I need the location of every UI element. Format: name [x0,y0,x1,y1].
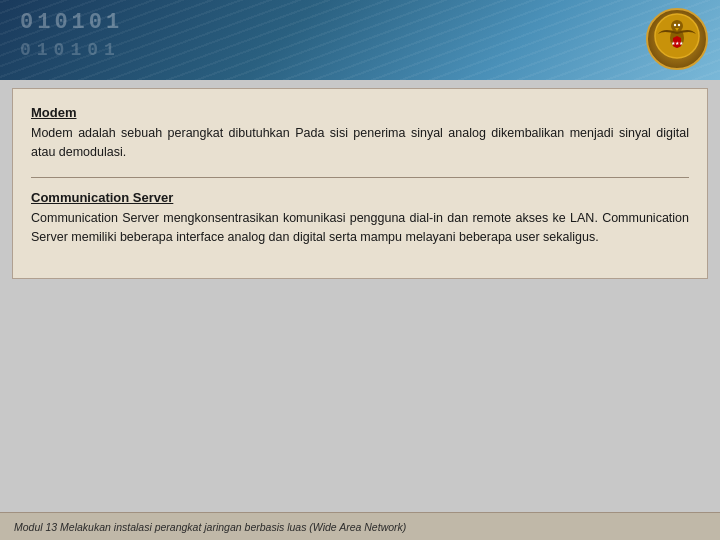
modem-section: Modem Modem adalah sebuah perangkat dibu… [31,105,689,163]
footer-text: Modul 13 Melakukan instalasi perangkat j… [14,521,406,533]
binary-text-1: 010101 [20,10,123,35]
modem-title: Modem [31,105,689,120]
header-banner: 010101 010101 ★★★ [0,0,720,80]
modem-body: Modem adalah sebuah perangkat dibutuhkan… [31,124,689,163]
communication-server-section: Communication Server Communication Serve… [31,190,689,248]
logo: ★★★ [646,8,708,70]
communication-server-body: Communication Server mengkonsentrasikan … [31,209,689,248]
communication-server-title: Communication Server [31,190,689,205]
svg-point-4 [678,24,680,26]
main-content: Modem Modem adalah sebuah perangkat dibu… [12,88,708,279]
binary-text-2: 010101 [20,40,121,60]
footer: Modul 13 Melakukan instalasi perangkat j… [0,512,720,540]
svg-text:★★★: ★★★ [671,40,684,46]
svg-point-3 [674,24,676,26]
divider-1 [31,177,689,178]
logo-symbol: ★★★ [653,12,701,66]
